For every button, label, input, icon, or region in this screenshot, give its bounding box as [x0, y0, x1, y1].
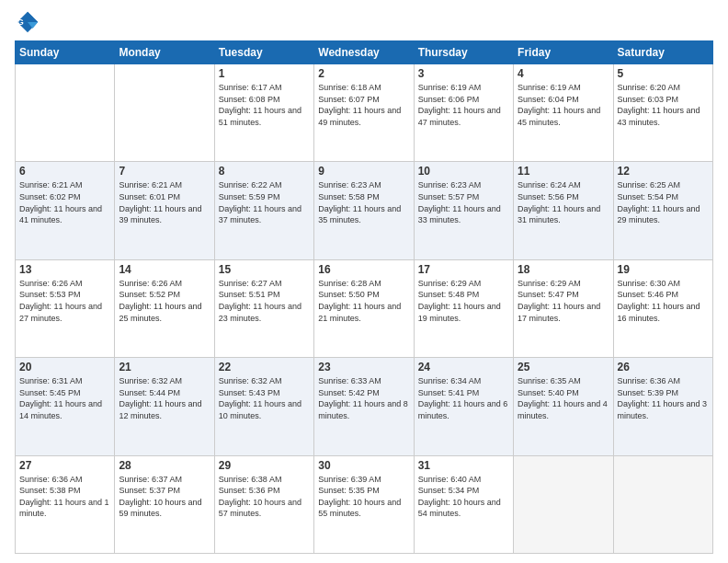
calendar-cell: 24Sunrise: 6:34 AMSunset: 5:41 PMDayligh… — [414, 358, 513, 455]
calendar-cell: 28Sunrise: 6:37 AMSunset: 5:37 PMDayligh… — [115, 455, 214, 553]
day-info: Sunrise: 6:26 AMSunset: 5:53 PMDaylight:… — [19, 278, 110, 324]
header: G — [15, 9, 713, 35]
day-info: Sunrise: 6:23 AMSunset: 5:57 PMDaylight:… — [418, 179, 509, 225]
day-number: 14 — [119, 263, 210, 276]
calendar-cell: 31Sunrise: 6:40 AMSunset: 5:34 PMDayligh… — [414, 455, 513, 553]
col-header-thursday: Thursday — [414, 41, 513, 64]
day-info: Sunrise: 6:29 AMSunset: 5:47 PMDaylight:… — [518, 278, 609, 324]
day-info: Sunrise: 6:31 AMSunset: 5:45 PMDaylight:… — [19, 375, 110, 421]
col-header-friday: Friday — [514, 41, 613, 64]
day-info: Sunrise: 6:29 AMSunset: 5:48 PMDaylight:… — [418, 278, 509, 324]
calendar-cell — [16, 64, 115, 162]
col-header-sunday: Sunday — [16, 41, 115, 64]
calendar-cell: 14Sunrise: 6:26 AMSunset: 5:52 PMDayligh… — [115, 259, 214, 357]
day-number: 27 — [19, 459, 110, 472]
calendar-cell: 8Sunrise: 6:22 AMSunset: 5:59 PMDaylight… — [214, 162, 313, 259]
calendar-week-3: 13Sunrise: 6:26 AMSunset: 5:53 PMDayligh… — [16, 259, 713, 357]
calendar-cell: 13Sunrise: 6:26 AMSunset: 5:53 PMDayligh… — [16, 259, 115, 357]
calendar-cell: 22Sunrise: 6:32 AMSunset: 5:43 PMDayligh… — [214, 358, 313, 455]
calendar-cell: 7Sunrise: 6:21 AMSunset: 6:01 PMDaylight… — [115, 162, 214, 259]
day-number: 18 — [518, 263, 609, 276]
day-number: 6 — [19, 165, 110, 178]
day-number: 21 — [119, 361, 210, 373]
calendar-cell — [514, 455, 613, 553]
calendar-cell: 15Sunrise: 6:27 AMSunset: 5:51 PMDayligh… — [214, 259, 313, 357]
logo-icon: G — [15, 9, 40, 35]
day-info: Sunrise: 6:38 AMSunset: 5:36 PMDaylight:… — [219, 474, 310, 520]
day-info: Sunrise: 6:39 AMSunset: 5:35 PMDaylight:… — [318, 474, 409, 520]
calendar-header-row: SundayMondayTuesdayWednesdayThursdayFrid… — [16, 41, 713, 64]
calendar-table: SundayMondayTuesdayWednesdayThursdayFrid… — [15, 40, 713, 554]
day-number: 2 — [318, 67, 409, 80]
day-number: 7 — [119, 165, 210, 178]
day-info: Sunrise: 6:20 AMSunset: 6:03 PMDaylight:… — [618, 82, 709, 128]
day-info: Sunrise: 6:23 AMSunset: 5:58 PMDaylight:… — [318, 179, 409, 225]
day-info: Sunrise: 6:32 AMSunset: 5:44 PMDaylight:… — [119, 375, 210, 421]
day-number: 23 — [318, 361, 409, 373]
day-info: Sunrise: 6:28 AMSunset: 5:50 PMDaylight:… — [318, 278, 409, 324]
day-info: Sunrise: 6:22 AMSunset: 5:59 PMDaylight:… — [219, 179, 310, 225]
day-number: 1 — [219, 67, 310, 80]
calendar-cell: 3Sunrise: 6:19 AMSunset: 6:06 PMDaylight… — [414, 64, 513, 162]
calendar-week-4: 20Sunrise: 6:31 AMSunset: 5:45 PMDayligh… — [16, 358, 713, 455]
calendar-cell: 11Sunrise: 6:24 AMSunset: 5:56 PMDayligh… — [514, 162, 613, 259]
calendar-cell: 18Sunrise: 6:29 AMSunset: 5:47 PMDayligh… — [514, 259, 613, 357]
calendar-cell: 19Sunrise: 6:30 AMSunset: 5:46 PMDayligh… — [613, 259, 712, 357]
calendar-cell: 9Sunrise: 6:23 AMSunset: 5:58 PMDaylight… — [314, 162, 414, 259]
calendar-cell: 5Sunrise: 6:20 AMSunset: 6:03 PMDaylight… — [613, 64, 712, 162]
calendar-week-1: 1Sunrise: 6:17 AMSunset: 6:08 PMDaylight… — [16, 64, 713, 162]
day-number: 8 — [219, 165, 310, 178]
day-info: Sunrise: 6:21 AMSunset: 6:01 PMDaylight:… — [119, 179, 210, 225]
day-number: 10 — [418, 165, 509, 178]
calendar-cell: 4Sunrise: 6:19 AMSunset: 6:04 PMDaylight… — [514, 64, 613, 162]
svg-marker-1 — [28, 12, 38, 22]
calendar-cell: 29Sunrise: 6:38 AMSunset: 5:36 PMDayligh… — [214, 455, 313, 553]
calendar-cell: 16Sunrise: 6:28 AMSunset: 5:50 PMDayligh… — [314, 259, 414, 357]
day-number: 25 — [518, 361, 609, 373]
col-header-saturday: Saturday — [613, 41, 712, 64]
calendar-cell: 30Sunrise: 6:39 AMSunset: 5:35 PMDayligh… — [314, 455, 414, 553]
day-number: 12 — [618, 165, 709, 178]
calendar-cell: 26Sunrise: 6:36 AMSunset: 5:39 PMDayligh… — [613, 358, 712, 455]
day-info: Sunrise: 6:19 AMSunset: 6:06 PMDaylight:… — [418, 82, 509, 128]
day-info: Sunrise: 6:18 AMSunset: 6:07 PMDaylight:… — [318, 82, 409, 128]
calendar-cell: 27Sunrise: 6:36 AMSunset: 5:38 PMDayligh… — [16, 455, 115, 553]
day-info: Sunrise: 6:19 AMSunset: 6:04 PMDaylight:… — [518, 82, 609, 128]
calendar-cell: 23Sunrise: 6:33 AMSunset: 5:42 PMDayligh… — [314, 358, 414, 455]
day-number: 11 — [518, 165, 609, 178]
page: G SundayMondayTuesdayWednesdayThursdayFr… — [0, 0, 728, 563]
day-number: 9 — [318, 165, 409, 178]
day-number: 22 — [219, 361, 310, 373]
day-info: Sunrise: 6:35 AMSunset: 5:40 PMDaylight:… — [518, 375, 609, 421]
day-info: Sunrise: 6:40 AMSunset: 5:34 PMDaylight:… — [418, 474, 509, 520]
day-number: 30 — [318, 459, 409, 472]
day-info: Sunrise: 6:32 AMSunset: 5:43 PMDaylight:… — [219, 375, 310, 421]
calendar-cell — [613, 455, 712, 553]
day-info: Sunrise: 6:24 AMSunset: 5:56 PMDaylight:… — [518, 179, 609, 225]
day-info: Sunrise: 6:33 AMSunset: 5:42 PMDaylight:… — [318, 375, 409, 421]
calendar-week-2: 6Sunrise: 6:21 AMSunset: 6:02 PMDaylight… — [16, 162, 713, 259]
calendar-cell: 10Sunrise: 6:23 AMSunset: 5:57 PMDayligh… — [414, 162, 513, 259]
calendar-cell: 17Sunrise: 6:29 AMSunset: 5:48 PMDayligh… — [414, 259, 513, 357]
day-number: 20 — [19, 361, 110, 373]
calendar-week-5: 27Sunrise: 6:36 AMSunset: 5:38 PMDayligh… — [16, 455, 713, 553]
day-number: 29 — [219, 459, 310, 472]
calendar-cell: 1Sunrise: 6:17 AMSunset: 6:08 PMDaylight… — [214, 64, 313, 162]
day-info: Sunrise: 6:36 AMSunset: 5:38 PMDaylight:… — [19, 474, 110, 520]
day-number: 17 — [418, 263, 509, 276]
calendar-cell: 25Sunrise: 6:35 AMSunset: 5:40 PMDayligh… — [514, 358, 613, 455]
day-number: 28 — [119, 459, 210, 472]
calendar-cell: 21Sunrise: 6:32 AMSunset: 5:44 PMDayligh… — [115, 358, 214, 455]
col-header-wednesday: Wednesday — [314, 41, 414, 64]
day-info: Sunrise: 6:21 AMSunset: 6:02 PMDaylight:… — [19, 179, 110, 225]
day-number: 3 — [418, 67, 509, 80]
day-info: Sunrise: 6:34 AMSunset: 5:41 PMDaylight:… — [418, 375, 509, 421]
day-number: 15 — [219, 263, 310, 276]
day-info: Sunrise: 6:17 AMSunset: 6:08 PMDaylight:… — [219, 82, 310, 128]
day-number: 19 — [618, 263, 709, 276]
day-number: 31 — [418, 459, 509, 472]
calendar-cell — [115, 64, 214, 162]
day-info: Sunrise: 6:25 AMSunset: 5:54 PMDaylight:… — [618, 179, 709, 225]
day-number: 5 — [618, 67, 709, 80]
day-info: Sunrise: 6:26 AMSunset: 5:52 PMDaylight:… — [119, 278, 210, 324]
